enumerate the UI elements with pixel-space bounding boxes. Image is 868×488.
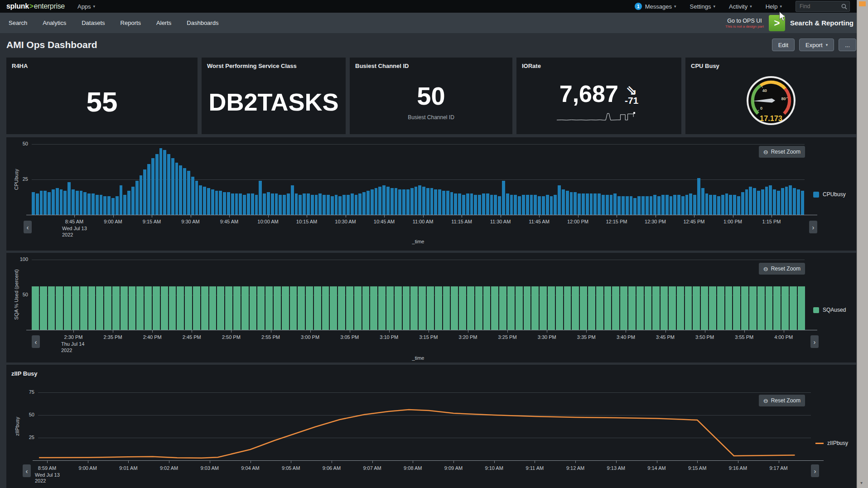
bar[interactable] [785, 187, 788, 215]
pan-left-button[interactable]: ‹ [23, 464, 31, 477]
bar[interactable] [550, 196, 553, 215]
bar[interactable] [282, 286, 289, 330]
bar[interactable] [43, 191, 47, 215]
bar[interactable] [781, 188, 784, 215]
bar[interactable] [143, 169, 146, 215]
bar[interactable] [701, 286, 708, 330]
bar[interactable] [199, 185, 202, 215]
nav-item-reports[interactable]: Reports [113, 13, 149, 33]
bar[interactable] [120, 185, 123, 215]
bar[interactable] [80, 286, 87, 330]
bar[interactable] [516, 286, 523, 330]
bar[interactable] [327, 195, 330, 215]
bar[interactable] [677, 286, 684, 330]
bar[interactable] [478, 195, 481, 215]
bar[interactable] [677, 195, 680, 215]
bar[interactable] [131, 187, 135, 215]
bar[interactable] [733, 286, 740, 330]
bar[interactable] [673, 195, 676, 215]
bar[interactable] [265, 286, 273, 330]
bar[interactable] [443, 286, 450, 330]
bar[interactable] [566, 191, 569, 215]
bar[interactable] [68, 182, 71, 215]
bar[interactable] [318, 193, 322, 215]
bar[interactable] [410, 188, 414, 215]
bar[interactable] [140, 175, 143, 215]
bar[interactable] [777, 191, 780, 215]
bar[interactable] [741, 192, 744, 215]
bar[interactable] [522, 195, 525, 215]
bar[interactable] [247, 193, 250, 215]
bar[interactable] [442, 191, 445, 215]
bar[interactable] [403, 286, 410, 330]
bar[interactable] [578, 193, 581, 215]
bar[interactable] [225, 286, 232, 330]
find-search-input[interactable] [796, 3, 841, 10]
bar[interactable] [717, 196, 720, 215]
bar[interactable] [398, 189, 401, 215]
bar[interactable] [797, 189, 800, 215]
bar[interactable] [370, 286, 377, 330]
reset-zoom-button[interactable]: ⊖ Reset Zoom [759, 146, 805, 158]
bar[interactable] [167, 154, 170, 215]
bar[interactable] [612, 286, 619, 330]
bar[interactable] [757, 191, 760, 215]
bar[interactable] [558, 185, 561, 215]
bar[interactable] [183, 168, 186, 215]
bar[interactable] [257, 286, 265, 330]
bar[interactable] [749, 187, 752, 215]
bar[interactable] [116, 196, 119, 215]
bar[interactable] [596, 286, 603, 330]
bar[interactable] [721, 195, 724, 215]
bar[interactable] [637, 286, 644, 330]
bar[interactable] [56, 286, 63, 330]
bar[interactable] [483, 286, 491, 330]
bar[interactable] [709, 195, 712, 215]
bar[interactable] [510, 195, 513, 215]
bar[interactable] [630, 196, 633, 215]
bar[interactable] [580, 286, 587, 330]
bar[interactable] [725, 193, 728, 215]
bar[interactable] [451, 286, 458, 330]
bar[interactable] [96, 286, 103, 330]
bar[interactable] [467, 286, 474, 330]
bar[interactable] [346, 286, 353, 330]
bar[interactable] [298, 286, 305, 330]
bar[interactable] [32, 192, 35, 215]
bar[interactable] [620, 286, 627, 330]
bar[interactable] [291, 185, 294, 215]
legend[interactable]: CPUbusy [813, 191, 846, 198]
bar[interactable] [789, 185, 792, 215]
bar[interactable] [179, 165, 182, 215]
bar[interactable] [145, 286, 152, 330]
pan-left-button[interactable]: ‹ [24, 221, 32, 233]
bar[interactable] [371, 189, 374, 215]
bar[interactable] [798, 286, 805, 330]
bar[interactable] [482, 193, 485, 215]
bar[interactable] [745, 189, 748, 215]
bar[interactable] [40, 286, 47, 330]
bar[interactable] [749, 286, 757, 330]
line-series[interactable] [38, 392, 811, 460]
bar[interactable] [279, 195, 282, 215]
bar[interactable] [661, 286, 668, 330]
bar[interactable] [314, 286, 321, 330]
bar[interactable] [64, 286, 71, 330]
bar[interactable] [72, 189, 75, 215]
bar[interactable] [362, 192, 366, 215]
bar[interactable] [693, 195, 696, 215]
find-search-box[interactable] [796, 1, 850, 12]
bar[interactable] [391, 188, 394, 215]
bar[interactable] [757, 286, 765, 330]
bar[interactable] [159, 148, 163, 215]
bar[interactable] [554, 195, 557, 215]
bar[interactable] [415, 187, 418, 215]
bar[interactable] [766, 286, 773, 330]
bar[interactable] [104, 286, 111, 330]
bar[interactable] [741, 286, 748, 330]
bar[interactable] [622, 196, 625, 215]
bar[interactable] [410, 286, 418, 330]
bar[interactable] [378, 187, 381, 215]
bar[interactable] [233, 286, 241, 330]
nav-item-search[interactable]: Search [1, 13, 35, 33]
